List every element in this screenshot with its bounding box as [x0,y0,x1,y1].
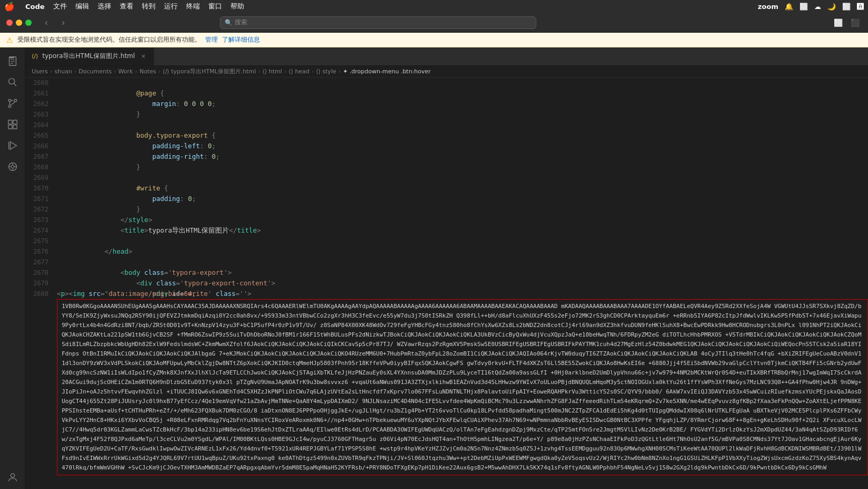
sidebar-icon-account[interactable] [7,472,18,489]
search-glass-icon: 🔍 [225,19,233,26]
breadcrumb-head[interactable]: ⟨⟩ head [288,68,310,75]
editor-tab[interactable]: ⟨/⟩ typora导出HTML保留图片.html × [25,47,155,65]
code-line-2668 [57,162,868,172]
traffic-lights [6,20,32,26]
manage-link[interactable]: 管理 [205,35,218,44]
line-number: 2669 [25,172,49,183]
moon-icon[interactable]: 🌙 [827,3,836,11]
sidebar-icon-source-control[interactable] [3,94,22,113]
breadcrumb-documents[interactable]: Documents [79,68,112,75]
sidebar-icon-search[interactable] [3,73,22,92]
close-button[interactable] [6,20,13,26]
apple-menu-icon[interactable]: 🍎 [4,2,15,12]
code-line-2664: body.typora-export { [57,120,868,130]
learn-more-link[interactable]: 了解详细信息 [222,35,260,44]
warning-text: 受限模式旨在实现安全地浏览代码。信任此窗口以启用所有功能。 [17,35,201,44]
code-line-2663 [57,109,868,120]
layout-button[interactable]: ⬛ [849,16,862,29]
line-number: 2665 [25,130,49,141]
menu-item-goto[interactable]: 转到 [142,2,156,11]
warning-bar: ⚠ 受限模式旨在实现安全地浏览代码。信任此窗口以启用所有功能。 管理 了解详细信… [0,33,868,47]
menu-item-view[interactable]: 查看 [120,2,133,11]
breadcrumb-html[interactable]: ⟨⟩ html [263,68,282,75]
svg-point-22 [11,474,14,477]
line-number: 2661 [25,88,49,99]
back-button[interactable]: ‹ [40,16,53,29]
line-number: 2677 [25,257,49,267]
code-line-2661: margin: 0 0 0 0; [57,88,868,99]
line-number: 2673 [25,215,49,225]
tab-file-icon: ⟨/⟩ [32,53,38,60]
share-icon[interactable]: ⬜ [842,3,851,11]
line-number: 2663 [25,109,49,120]
breadcrumb-file[interactable]: ⟨/⟩ typora导出HTML保留图片.html [163,68,256,75]
toolbar-actions: ⬜ ⬛ [832,16,862,29]
menu-item-edit[interactable]: 编辑 [75,2,89,11]
svg-rect-12 [8,125,12,129]
code-content[interactable]: @page { margin: 0 0 0 0; } [53,78,868,489]
account-icon[interactable]: 🅰 [857,3,864,11]
menu-item-run[interactable]: 运行 [164,2,178,11]
line-numbers: 2660 2661 2662 2663 2664 2665 2666 2667 … [25,78,53,489]
notification-icon[interactable]: 🔔 [785,3,793,11]
sidebar-toggle-button[interactable]: ⬜ [832,16,845,29]
menu-item-help[interactable]: 帮助 [230,2,244,11]
menubar-right: zoom 🔔 ⬜ ☁ 🌙 ⬜ 🅰 [758,3,864,11]
menu-item-terminal[interactable]: 终端 [186,2,200,11]
code-line-2672: </style> [57,204,868,215]
breadcrumb: Users › shuan › Documents › Work › Notes… [25,66,868,78]
breadcrumb-style[interactable]: ⟨⟩ style [316,68,336,75]
code-line-2680: <p><img src="data:image/png;base64, 1VB0… [57,289,868,475]
menu-item-select[interactable]: 选择 [98,2,111,11]
svg-rect-13 [13,125,16,129]
svg-point-7 [8,99,11,102]
sidebar-icon-extensions[interactable] [3,115,22,134]
sidebar-icon-run[interactable] [3,136,22,155]
sidebar-icon-remote[interactable] [3,157,22,176]
window-icon-1[interactable]: ⬜ [799,3,808,11]
line-number: 2671 [25,194,49,204]
tab-bar: ⟨/⟩ typora导出HTML保留图片.html × [25,47,868,66]
line-number: 2678 [25,267,49,278]
cloud-icon[interactable]: ☁ [814,3,821,11]
svg-point-17 [11,165,14,168]
svg-point-9 [8,105,11,108]
line-number: 2666 [25,141,49,151]
menu-item-code[interactable]: Code [25,3,45,11]
forward-button[interactable]: › [57,16,70,29]
code-line-2670: padding: 0; [57,183,868,194]
svg-marker-14 [10,142,16,150]
line-number: 2664 [25,120,49,130]
sidebar-icon-files[interactable] [3,52,22,71]
svg-rect-11 [13,120,16,124]
code-line-2660: @page { [57,78,868,88]
toolbar: ‹ › 🔍 搜索 ⬜ ⬛ [0,13,868,33]
breadcrumb-notes[interactable]: Notes [139,68,156,75]
tab-close-button[interactable]: × [139,52,148,61]
line-number: 2675 [25,236,49,246]
lines-container[interactable]: 2660 2661 2662 2663 2664 2665 2666 2667 … [25,78,868,489]
breadcrumb-selector[interactable]: ✦ .dropdown-menu .btn:hover [343,68,431,75]
code-line-2673: <title>typora导出HTML保留图片</title> [57,215,868,225]
warning-icon: ⚠ [6,36,13,44]
line-number: 2667 [25,151,49,162]
menu-item-window[interactable]: 窗口 [208,2,222,11]
menu-item-file[interactable]: 文件 [53,2,67,11]
line-number: 2668 [25,162,49,172]
line-number: 2674 [25,225,49,236]
line-number: 2680 [25,289,49,299]
breadcrumb-work[interactable]: Work [118,68,133,75]
line-number: 2676 [25,246,49,257]
sidebar [0,47,25,489]
line-number: 2679 [25,278,49,289]
code-line-2677: <body class='typora-export'> [57,257,868,267]
maximize-button[interactable] [25,20,32,26]
search-placeholder: 搜索 [235,18,247,27]
search-bar[interactable]: 🔍 搜索 [220,16,536,29]
content-area: ⟨/⟩ typora导出HTML保留图片.html × Users › shua… [25,47,868,489]
code-line-2669: #write { [57,172,868,183]
svg-line-6 [14,83,16,85]
breadcrumb-shuan[interactable]: shuan [54,68,72,75]
breadcrumb-users[interactable]: Users [32,68,48,75]
minimize-button[interactable] [16,20,22,26]
